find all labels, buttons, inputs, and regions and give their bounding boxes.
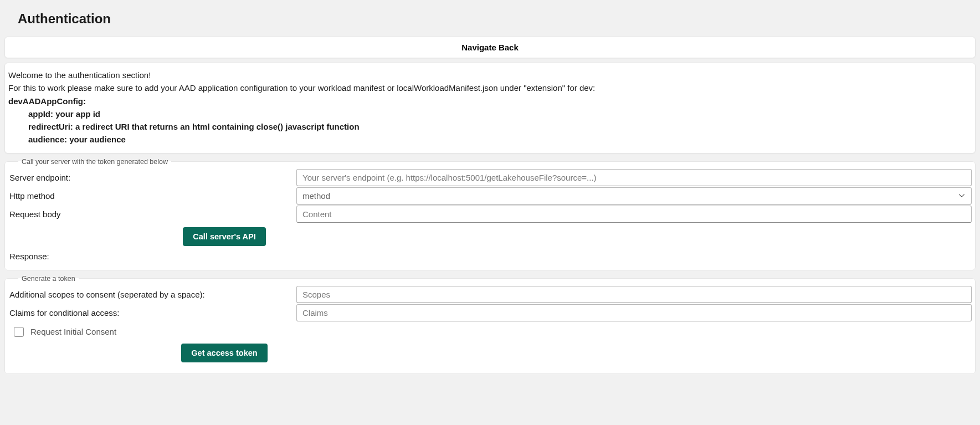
navigate-back-button[interactable]: Navigate Back [5, 37, 975, 58]
generate-token-legend: Generate a token [18, 275, 79, 283]
claims-label: Claims for conditional access: [8, 305, 296, 321]
server-endpoint-label: Server endpoint: [8, 170, 296, 186]
intro-line-1: Welcome to the authentication section! [8, 69, 972, 81]
config-audience: audience: your audience [8, 133, 972, 146]
request-body-input[interactable] [296, 206, 972, 223]
request-initial-consent-label: Request Initial Consent [30, 327, 116, 336]
http-method-select[interactable]: method [296, 187, 972, 204]
request-initial-consent-checkbox[interactable] [14, 327, 24, 337]
server-call-legend: Call your server with the token generate… [18, 158, 171, 166]
server-call-section: Call your server with the token generate… [4, 158, 976, 270]
response-label: Response: [8, 249, 972, 262]
nav-back-card: Navigate Back [4, 37, 976, 58]
http-method-value: method [302, 191, 330, 201]
chevron-down-icon [958, 192, 966, 199]
generate-token-section: Generate a token Additional scopes to co… [4, 275, 976, 374]
scopes-label: Additional scopes to consent (seperated … [8, 286, 296, 303]
get-access-token-button[interactable]: Get access token [181, 344, 267, 362]
intro-card: Welcome to the authentication section! F… [4, 63, 976, 153]
page-title: Authentication [18, 11, 976, 27]
call-server-api-button[interactable]: Call server's API [183, 227, 265, 246]
scopes-input[interactable] [296, 286, 972, 303]
intro-line-2: For this to work please make sure to add… [8, 81, 972, 94]
config-redirect-uri: redirectUri: a redirect URI that returns… [8, 120, 972, 133]
request-body-label: Request body [8, 206, 296, 222]
config-heading: devAADAppConfig: [8, 95, 972, 107]
http-method-label: Http method [8, 188, 296, 204]
claims-input[interactable] [296, 304, 972, 321]
server-endpoint-input[interactable] [296, 169, 972, 186]
config-appid: appId: your app id [8, 107, 972, 120]
